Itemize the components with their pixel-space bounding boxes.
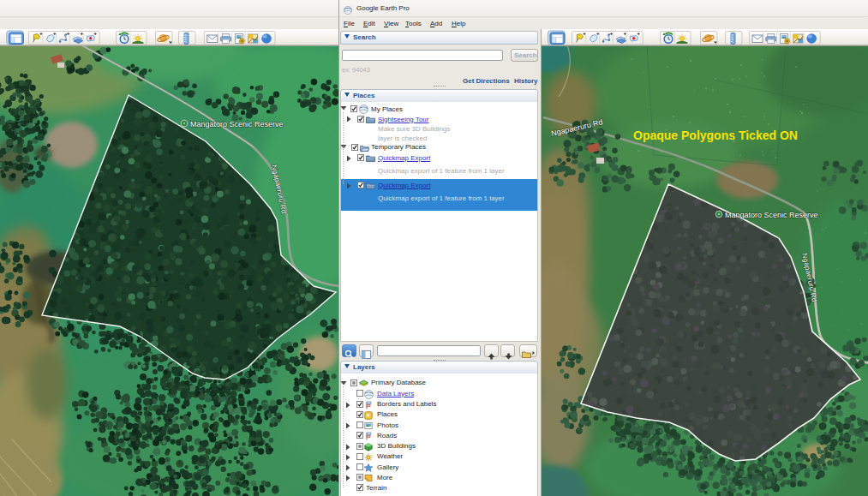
svg-text:Opaque Polygons Ticked ON: Opaque Polygons Ticked ON (633, 128, 798, 142)
svg-text:Mangatoro Scenic Reserve: Mangatoro Scenic Reserve (190, 120, 284, 128)
svg-text:Mangatoro Scenic Reserve: Mangatoro Scenic Reserve (725, 211, 818, 219)
